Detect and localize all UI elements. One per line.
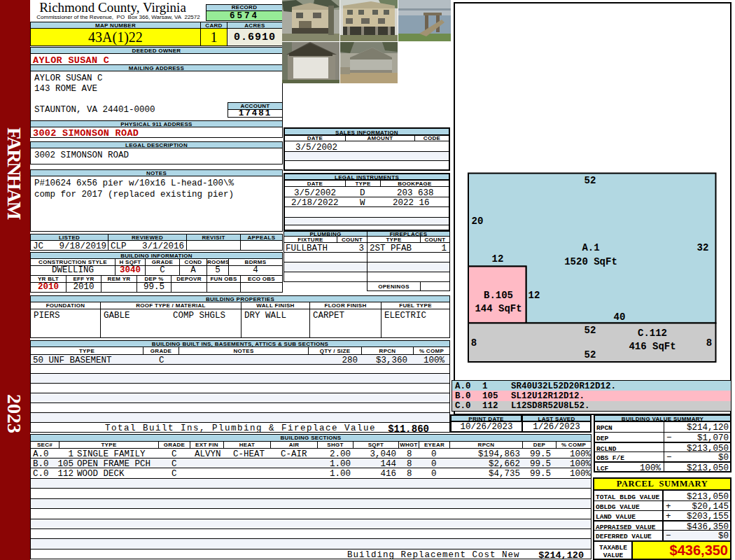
svg-text:52: 52 <box>584 325 596 336</box>
svg-text:B.105: B.105 <box>484 290 513 301</box>
svg-text:40: 40 <box>614 312 626 323</box>
svg-text:12: 12 <box>492 253 504 265</box>
svg-text:1520 SqFt: 1520 SqFt <box>564 256 617 267</box>
svg-text:12: 12 <box>528 290 540 301</box>
svg-text:416 SqFt: 416 SqFt <box>629 341 676 352</box>
svg-text:52: 52 <box>584 349 596 360</box>
svg-text:32: 32 <box>697 242 709 253</box>
svg-text:144 SqFt: 144 SqFt <box>475 303 522 314</box>
svg-text:A.1: A.1 <box>582 242 599 253</box>
svg-text:C.112: C.112 <box>638 328 667 339</box>
svg-text:52: 52 <box>584 175 596 186</box>
svg-text:8: 8 <box>471 337 477 349</box>
svg-text:20: 20 <box>472 216 484 227</box>
svg-text:8: 8 <box>706 337 712 349</box>
